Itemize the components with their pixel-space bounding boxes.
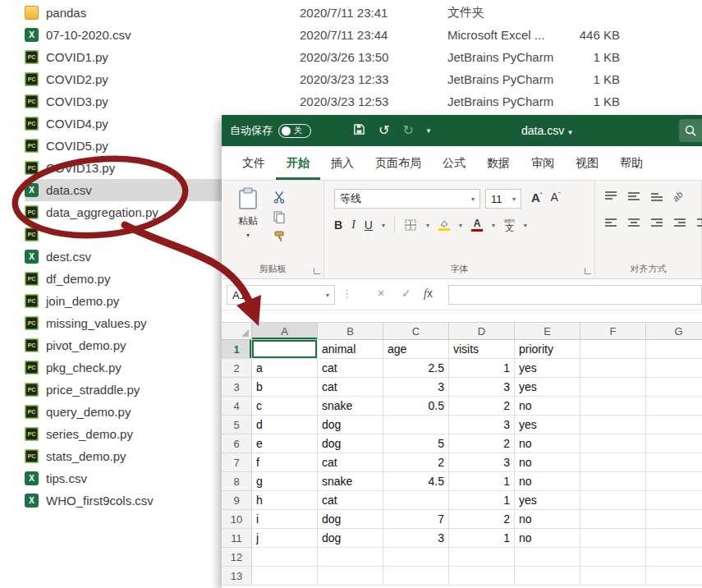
cell-F12[interactable] [580, 548, 646, 567]
cell-G9[interactable] [646, 491, 702, 510]
align-center-icon[interactable] [626, 217, 641, 228]
cell-E4[interactable]: no [515, 397, 580, 416]
phonetic-guide-button[interactable]: wén 文 [504, 218, 515, 232]
select-all-corner[interactable] [222, 323, 252, 339]
row-header-6[interactable]: 6 [222, 434, 252, 453]
column-header-A[interactable]: A [252, 323, 318, 339]
cell-C9[interactable] [383, 491, 449, 510]
cell-E7[interactable]: no [515, 453, 580, 472]
cell-B11[interactable]: dog [318, 529, 383, 548]
cell-E6[interactable]: no [515, 434, 580, 453]
window-title[interactable]: data.csv▾ [521, 124, 572, 137]
align-left-icon[interactable] [603, 217, 618, 228]
cell-E13[interactable] [515, 567, 580, 586]
cell-D5[interactable]: 3 [449, 416, 515, 434]
cell-C7[interactable]: 2 [383, 453, 449, 472]
cell-F6[interactable] [580, 434, 646, 453]
cell-E12[interactable] [515, 548, 580, 567]
align-bottom-icon[interactable] [649, 191, 664, 202]
cell-F9[interactable] [580, 491, 646, 510]
ribbon-tab-审阅[interactable]: 审阅 [521, 146, 565, 180]
insert-function-button[interactable]: fx [424, 287, 433, 301]
cell-A7[interactable]: f [252, 453, 318, 472]
name-box[interactable]: A1 ▾ [227, 285, 335, 305]
cell-D12[interactable] [449, 548, 515, 567]
cell-A1[interactable] [252, 340, 318, 359]
cell-F2[interactable] [580, 359, 646, 378]
cell-F10[interactable] [580, 510, 646, 529]
cell-D7[interactable]: 3 [449, 453, 515, 472]
borders-caret-icon[interactable]: ▾ [426, 222, 429, 229]
cell-F11[interactable] [580, 529, 646, 548]
row-header-8[interactable]: 8 [222, 472, 252, 491]
cell-G10[interactable] [646, 510, 702, 529]
undo-icon[interactable]: ↺ [379, 124, 389, 137]
fill-color-caret-icon[interactable]: ▾ [459, 222, 462, 229]
save-icon[interactable] [353, 123, 365, 138]
cell-E5[interactable]: yes [515, 416, 580, 434]
cell-A2[interactable]: a [252, 359, 318, 378]
align-right-icon[interactable] [649, 217, 664, 228]
copy-icon[interactable] [273, 210, 286, 223]
cell-B5[interactable]: dog [318, 416, 383, 434]
clipboard-dialog-launcher-icon[interactable] [314, 268, 320, 274]
shrink-font-button[interactable]: Aˇ [551, 191, 561, 204]
cell-B13[interactable] [318, 567, 383, 586]
file-row-COVID3.py[interactable]: PCCOVID3.py2020/3/23 12:53JetBrains PyCh… [25, 90, 702, 113]
enter-button[interactable]: ✓ [401, 287, 411, 300]
cell-D9[interactable]: 1 [449, 491, 515, 510]
cell-E11[interactable]: no [515, 529, 580, 548]
file-row-pandas[interactable]: pandas2020/7/11 23:41文件夹 [25, 2, 702, 24]
cell-C1[interactable]: age [383, 340, 449, 359]
file-row-07-10-2020.csv[interactable]: X07-10-2020.csv2020/7/11 23:44Microsoft … [25, 24, 702, 46]
ribbon-tab-公式[interactable]: 公式 [432, 146, 476, 180]
cell-A11[interactable]: j [252, 529, 318, 548]
cell-A9[interactable]: h [252, 491, 318, 510]
search-button[interactable] [679, 119, 702, 142]
fill-color-button[interactable] [438, 219, 450, 231]
row-header-7[interactable]: 7 [222, 453, 252, 472]
row-header-3[interactable]: 3 [222, 378, 252, 397]
cell-E9[interactable]: yes [515, 491, 580, 510]
cell-G4[interactable] [646, 397, 702, 416]
cell-D2[interactable]: 1 [449, 359, 515, 378]
cell-A3[interactable]: b [252, 378, 318, 397]
row-header-5[interactable]: 5 [222, 416, 252, 434]
cell-G5[interactable] [646, 416, 702, 434]
cell-F1[interactable] [580, 340, 646, 359]
cell-F4[interactable] [580, 397, 646, 416]
autosave-toggle[interactable]: 自动保存 关 [230, 123, 311, 138]
cell-A5[interactable]: d [252, 416, 318, 434]
cell-E3[interactable]: yes [515, 378, 580, 397]
cell-D4[interactable]: 2 [449, 397, 515, 416]
cell-A12[interactable] [252, 548, 318, 567]
cell-C3[interactable]: 3 [383, 378, 449, 397]
autosave-switch[interactable]: 关 [278, 124, 311, 138]
cell-C5[interactable] [383, 416, 449, 434]
cell-F13[interactable] [580, 567, 646, 586]
cell-D13[interactable] [449, 567, 515, 586]
cell-B1[interactable]: animal [318, 340, 383, 359]
cell-E10[interactable]: no [515, 510, 580, 529]
column-header-D[interactable]: D [449, 323, 515, 339]
phonetic-caret-icon[interactable]: ▾ [524, 222, 527, 229]
column-header-G[interactable]: G [646, 323, 702, 339]
cell-G12[interactable] [646, 548, 702, 567]
bold-button[interactable]: B [334, 218, 342, 232]
cell-B8[interactable]: snake [318, 472, 383, 491]
cell-C13[interactable] [383, 567, 449, 586]
grow-font-button[interactable]: Aˆ [531, 191, 543, 204]
font-color-button[interactable]: A [471, 218, 483, 232]
cell-B3[interactable]: cat [318, 378, 383, 397]
underline-caret-icon[interactable]: ▾ [382, 222, 385, 229]
align-middle-icon[interactable] [626, 191, 641, 202]
cell-D11[interactable]: 1 [449, 529, 515, 548]
file-row-COVID1.py[interactable]: PCCOVID1.py2020/3/26 13:50JetBrains PyCh… [25, 46, 702, 68]
cell-D3[interactable]: 3 [449, 378, 515, 397]
row-header-9[interactable]: 9 [222, 491, 252, 510]
increase-indent-icon[interactable] [695, 217, 702, 228]
cell-B2[interactable]: cat [318, 359, 383, 378]
cell-G1[interactable] [646, 340, 702, 359]
row-header-13[interactable]: 13 [222, 567, 252, 586]
decrease-indent-icon[interactable] [672, 217, 687, 228]
